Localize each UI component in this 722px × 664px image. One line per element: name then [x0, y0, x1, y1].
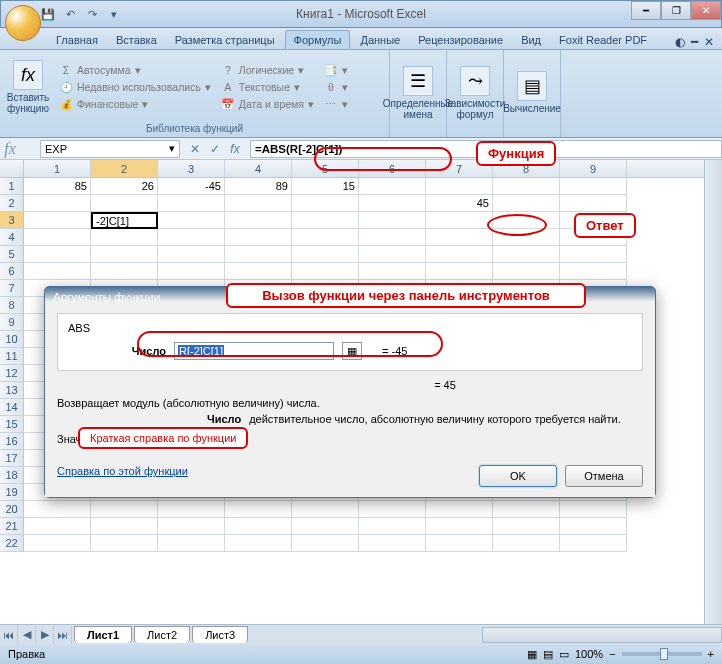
col-header[interactable]: 4	[225, 160, 292, 177]
sheet-tab[interactable]: Лист3	[192, 626, 248, 643]
cell[interactable]	[560, 518, 627, 535]
cell[interactable]	[359, 535, 426, 552]
sheet-tab[interactable]: Лист2	[134, 626, 190, 643]
col-header[interactable]: 5	[292, 160, 359, 177]
cell[interactable]	[24, 263, 91, 280]
cancel-formula-icon[interactable]: ✕	[186, 140, 204, 158]
cell[interactable]	[560, 501, 627, 518]
office-button[interactable]	[5, 5, 41, 41]
cell[interactable]	[426, 229, 493, 246]
cell[interactable]	[359, 178, 426, 195]
cell[interactable]	[493, 501, 560, 518]
autosum-button[interactable]: ΣАвтосумма ▾	[56, 62, 214, 78]
cell[interactable]	[359, 246, 426, 263]
view-layout-icon[interactable]: ▤	[543, 648, 553, 661]
row-header[interactable]: 10	[0, 331, 24, 348]
tab-home[interactable]: Главная	[48, 31, 106, 49]
maximize-button[interactable]: ❐	[661, 1, 691, 20]
financial-button[interactable]: 💰Финансовые ▾	[56, 96, 214, 112]
cell[interactable]	[225, 501, 292, 518]
help-icon[interactable]: ◐	[675, 35, 685, 49]
cell[interactable]	[91, 229, 158, 246]
insert-function-button[interactable]: fx Вставить функцию	[4, 52, 52, 122]
row-header[interactable]: 8	[0, 297, 24, 314]
cell[interactable]	[493, 178, 560, 195]
cell[interactable]	[225, 535, 292, 552]
row-header[interactable]: 17	[0, 450, 24, 467]
logical-button[interactable]: ?Логические ▾	[218, 62, 317, 78]
cell[interactable]	[560, 195, 627, 212]
cell[interactable]	[158, 535, 225, 552]
cell[interactable]	[91, 518, 158, 535]
row-header[interactable]: 9	[0, 314, 24, 331]
cell[interactable]	[560, 178, 627, 195]
row-header[interactable]: 5	[0, 246, 24, 263]
save-icon[interactable]: 💾	[39, 5, 57, 23]
ok-button[interactable]: OK	[479, 465, 557, 487]
cell[interactable]	[158, 501, 225, 518]
row-header[interactable]: 18	[0, 467, 24, 484]
cell[interactable]	[359, 195, 426, 212]
row-header[interactable]: 14	[0, 399, 24, 416]
row-header[interactable]: 19	[0, 484, 24, 501]
cancel-button[interactable]: Отмена	[565, 465, 643, 487]
arg-input[interactable]: R[-2]C[1]	[174, 342, 334, 360]
select-all-corner[interactable]	[0, 160, 24, 177]
tab-formulas[interactable]: Формулы	[285, 30, 351, 49]
cell[interactable]	[493, 518, 560, 535]
cell[interactable]	[158, 518, 225, 535]
cell[interactable]	[24, 501, 91, 518]
view-normal-icon[interactable]: ▦	[527, 648, 537, 661]
undo-icon[interactable]: ↶	[61, 5, 79, 23]
row-header[interactable]: 6	[0, 263, 24, 280]
cell[interactable]	[158, 212, 225, 229]
cell[interactable]	[91, 246, 158, 263]
cell[interactable]	[24, 246, 91, 263]
cell[interactable]	[426, 263, 493, 280]
cell[interactable]: -2]C[1]	[91, 212, 158, 229]
zoom-in-icon[interactable]: +	[708, 648, 714, 660]
row-header[interactable]: 20	[0, 501, 24, 518]
cell[interactable]: 26	[91, 178, 158, 195]
row-header[interactable]: 13	[0, 382, 24, 399]
cell[interactable]	[426, 518, 493, 535]
cell[interactable]	[91, 263, 158, 280]
cell[interactable]	[359, 263, 426, 280]
cell[interactable]	[292, 195, 359, 212]
cell[interactable]	[24, 535, 91, 552]
ribbon-minimize-icon[interactable]: ━	[691, 35, 698, 49]
cell[interactable]	[292, 212, 359, 229]
help-link[interactable]: Справка по этой функции	[57, 465, 188, 477]
row-header[interactable]: 22	[0, 535, 24, 552]
text-functions-button[interactable]: AТекстовые ▾	[218, 79, 317, 95]
cell[interactable]	[225, 212, 292, 229]
cell[interactable]	[24, 229, 91, 246]
redo-icon[interactable]: ↷	[83, 5, 101, 23]
cell[interactable]: -45	[158, 178, 225, 195]
accept-formula-icon[interactable]: ✓	[206, 140, 224, 158]
cell[interactable]	[359, 212, 426, 229]
cell[interactable]	[493, 535, 560, 552]
cell[interactable]	[225, 263, 292, 280]
cell[interactable]	[292, 229, 359, 246]
cell[interactable]: 89	[225, 178, 292, 195]
zoom-out-icon[interactable]: −	[609, 648, 615, 660]
tab-foxit[interactable]: Foxit Reader PDF	[551, 31, 655, 49]
qat-dropdown-icon[interactable]: ▾	[105, 5, 123, 23]
cell[interactable]	[292, 246, 359, 263]
sheet-next-icon[interactable]: ▶	[36, 626, 54, 644]
cell[interactable]	[560, 535, 627, 552]
cell[interactable]	[91, 195, 158, 212]
cell[interactable]: 15	[292, 178, 359, 195]
row-header[interactable]: 7	[0, 280, 24, 297]
tab-review[interactable]: Рецензирование	[410, 31, 511, 49]
more-functions2-icon[interactable]: θ▾	[321, 79, 351, 95]
tab-data[interactable]: Данные	[352, 31, 408, 49]
cell[interactable]	[158, 229, 225, 246]
cell[interactable]	[91, 501, 158, 518]
recent-functions-button[interactable]: 🕘Недавно использовались ▾	[56, 79, 214, 95]
col-header[interactable]: 6	[359, 160, 426, 177]
doc-close-icon[interactable]: ✕	[704, 35, 714, 49]
horizontal-scrollbar[interactable]	[482, 627, 722, 643]
row-header[interactable]: 16	[0, 433, 24, 450]
